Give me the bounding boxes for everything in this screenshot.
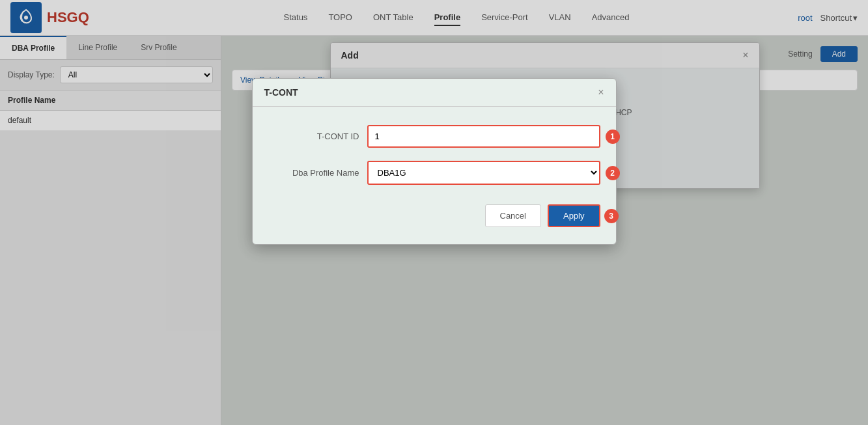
tcont-id-input[interactable]: [367, 125, 600, 148]
step-2-badge: 2: [606, 166, 620, 180]
tcont-action-row: Cancel Apply 3: [268, 198, 600, 231]
tcont-modal-header: T-CONT ×: [253, 79, 616, 107]
tcont-id-label: T-CONT ID: [268, 131, 359, 141]
tcont-apply-button[interactable]: Apply: [548, 204, 600, 227]
tcont-cancel-button[interactable]: Cancel: [485, 204, 541, 227]
tcont-modal-close-button[interactable]: ×: [598, 87, 604, 98]
step-3-badge: 3: [604, 209, 619, 223]
dba-profile-name-label: Dba Profile Name: [268, 168, 359, 178]
tcont-modal: T-CONT × T-CONT ID 1 Dba Profile Name DB…: [252, 78, 617, 245]
dba-profile-name-row: Dba Profile Name DBA1G DBA512M DBA256M 2: [268, 161, 600, 185]
tcont-id-row: T-CONT ID 1: [268, 125, 600, 148]
step-1-badge: 1: [606, 130, 620, 144]
tcont-modal-body: T-CONT ID 1 Dba Profile Name DBA1G DBA51…: [253, 107, 616, 244]
tcont-modal-title: T-CONT: [264, 87, 298, 98]
dba-profile-name-select[interactable]: DBA1G DBA512M DBA256M: [367, 161, 600, 185]
